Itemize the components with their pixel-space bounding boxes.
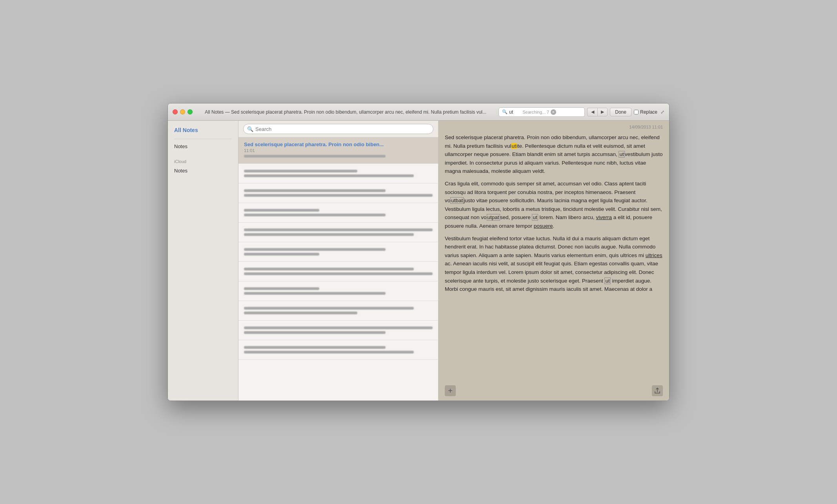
note-item-active[interactable]: Sed scelerisque placerat pharetra. Proin… xyxy=(238,138,438,164)
search-match-5: ut xyxy=(532,214,538,221)
underlined-ultrices: ultrices xyxy=(646,252,662,258)
sidebar-divider-1 xyxy=(174,139,232,139)
sidebar: All Notes Notes iCloud Notes xyxy=(168,121,238,401)
titlebar-search-bar[interactable]: 🔍 Searching... 7 ✕ xyxy=(499,107,585,117)
note-list-search-area: 🔍 xyxy=(238,121,438,138)
note-text-2d: lorem. Nam libero arcu, xyxy=(539,214,594,220)
titlebar: All Notes — Sed scelerisque placerat pha… xyxy=(168,103,669,121)
list-item[interactable] xyxy=(238,301,438,321)
note-date-header: 14/09/2013 11:01 xyxy=(439,121,669,132)
blurred-body xyxy=(244,233,414,236)
blurred-body xyxy=(244,351,414,354)
sidebar-all-notes[interactable]: All Notes xyxy=(168,125,238,138)
list-item[interactable] xyxy=(238,242,438,262)
list-item[interactable] xyxy=(238,223,438,242)
main-area: All Notes Notes iCloud Notes 🔍 Sed scele… xyxy=(168,121,669,401)
blurred-title xyxy=(244,228,433,231)
blurred-body xyxy=(244,272,433,275)
list-item[interactable] xyxy=(238,203,438,223)
note-search-input[interactable] xyxy=(243,124,433,134)
list-item[interactable] xyxy=(238,262,438,281)
note-preview-line-1 xyxy=(244,155,386,158)
list-search-icon: 🔍 xyxy=(247,126,253,132)
maximize-button[interactable] xyxy=(187,109,193,114)
traffic-lights xyxy=(173,109,193,114)
new-note-button[interactable]: + xyxy=(445,385,456,396)
note-text-2c: sed, posuere xyxy=(500,214,531,220)
minimize-button[interactable] xyxy=(180,109,185,114)
search-input-wrapper: 🔍 xyxy=(243,124,433,134)
sidebar-item-notes[interactable]: Notes xyxy=(168,141,238,151)
share-icon xyxy=(654,388,661,394)
blurred-body xyxy=(244,174,414,177)
search-next-button[interactable]: ▶ xyxy=(597,108,608,116)
list-item[interactable] xyxy=(238,281,438,301)
blurred-body xyxy=(244,194,433,197)
note-text-3a: Vestibulum feugiat eleifend tortor vitae… xyxy=(445,236,655,258)
note-item-title-active: Sed scelerisque placerat pharetra. Proin… xyxy=(244,141,433,147)
blurred-body xyxy=(244,312,357,314)
replace-container: Replace xyxy=(634,109,657,115)
note-paragraph-2: Cras ligula elit, commodo quis semper si… xyxy=(445,179,663,230)
blurred-title xyxy=(244,209,319,212)
blurred-title xyxy=(244,189,386,192)
share-button[interactable] xyxy=(652,385,663,396)
note-paragraph-1: Sed scelerisque placerat pharetra. Proin… xyxy=(445,133,663,176)
sidebar-item-icloud-notes[interactable]: Notes xyxy=(168,166,238,176)
list-item[interactable] xyxy=(238,164,438,183)
list-item[interactable] xyxy=(238,340,438,360)
blurred-body xyxy=(244,292,386,295)
list-item[interactable] xyxy=(238,321,438,340)
search-match-2: ut xyxy=(619,151,624,158)
search-match-4: utpat xyxy=(487,214,500,221)
note-footer: + xyxy=(439,381,669,401)
titlebar-search-input[interactable] xyxy=(509,109,521,115)
blurred-body xyxy=(244,253,319,256)
underlined-posuere: posuere xyxy=(534,223,553,229)
close-button[interactable] xyxy=(173,109,178,114)
main-window: All Notes — Sed scelerisque placerat pha… xyxy=(167,103,670,401)
note-list-content: Sed scelerisque placerat pharetra. Proin… xyxy=(238,138,438,401)
sidebar-icloud-label: iCloud xyxy=(168,156,238,166)
replace-checkbox[interactable] xyxy=(634,110,639,114)
blurred-title xyxy=(244,326,433,329)
search-nav-arrows: ◀ ▶ xyxy=(587,108,608,116)
note-body: Sed scelerisque placerat pharetra. Proin… xyxy=(439,132,669,381)
search-match-3: utbat xyxy=(450,197,464,204)
search-icon: 🔍 xyxy=(502,109,508,114)
underlined-viverra: viverra xyxy=(596,214,612,220)
fullscreen-icon[interactable]: ⤢ xyxy=(661,109,664,115)
note-paragraph-3: Vestibulum feugiat eleifend tortor vitae… xyxy=(445,234,663,294)
list-item[interactable] xyxy=(238,183,438,203)
note-item-time-active: 11:01 xyxy=(244,148,433,153)
search-prev-button[interactable]: ◀ xyxy=(587,108,597,116)
blurred-title xyxy=(244,307,414,310)
window-title: All Notes — Sed scelerisque placerat pha… xyxy=(196,109,495,115)
blurred-title xyxy=(244,248,386,251)
blurred-title xyxy=(244,346,386,349)
note-list: 🔍 Sed scelerisque placerat pharetra. Pro… xyxy=(238,121,439,401)
done-button[interactable]: Done xyxy=(610,108,631,116)
search-count-text: Searching... 7 xyxy=(522,110,549,114)
note-content-panel: 14/09/2013 11:01 Sed scelerisque placera… xyxy=(439,121,669,401)
search-clear-button[interactable]: ✕ xyxy=(551,109,556,115)
replace-label: Replace xyxy=(640,109,657,115)
blurred-body xyxy=(244,214,386,216)
search-match-6: ut xyxy=(604,277,610,284)
titlebar-search-area: 🔍 Searching... 7 ✕ ◀ ▶ Done Replace xyxy=(499,107,657,117)
blurred-title xyxy=(244,287,319,290)
highlight-ut-1: ut xyxy=(511,143,517,149)
blurred-body xyxy=(244,331,386,334)
blurred-title xyxy=(244,268,414,270)
blurred-title xyxy=(244,170,357,172)
